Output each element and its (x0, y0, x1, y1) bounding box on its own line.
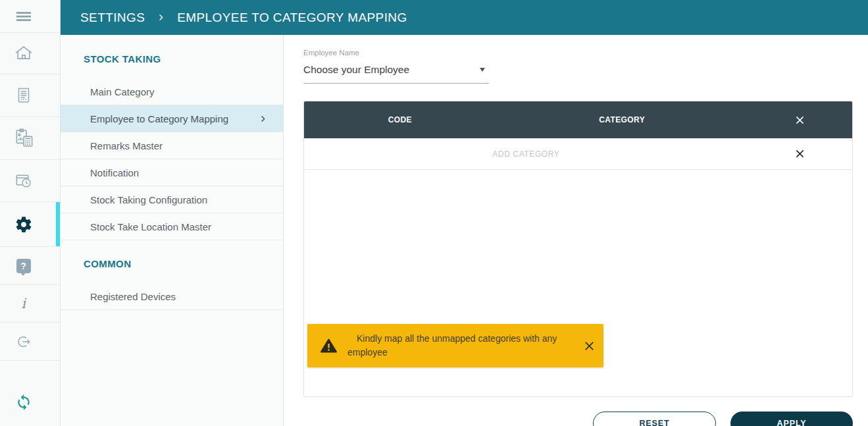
nav-item-label: Notification (90, 167, 139, 178)
nav-item-label: Remarks Master (90, 140, 163, 151)
sidebar-item-info[interactable]: i (0, 285, 60, 323)
sidebar-item-reports[interactable] (0, 74, 60, 117)
clipboard-calculator-icon (13, 128, 34, 149)
icon-sidebar: ? i (0, 0, 61, 426)
nav-item-stock-take-location-master[interactable]: Stock Take Location Master (61, 213, 283, 240)
info-icon: i (21, 296, 26, 311)
chevron-right-icon (259, 115, 267, 123)
apply-button[interactable]: APPLY (730, 412, 853, 426)
sidebar-item-sync[interactable] (0, 361, 60, 426)
mapping-table-card: CODE CATEGORY ADD CATEGORY (303, 101, 853, 397)
home-icon (13, 43, 34, 63)
nav-item-stock-taking-configuration[interactable]: Stock Taking Configuration (61, 186, 283, 213)
add-category-placeholder: ADD CATEGORY (304, 149, 748, 159)
help-icon: ? (16, 259, 31, 273)
add-row-close-icon[interactable] (796, 149, 804, 158)
warning-triangle-icon (320, 338, 337, 353)
nav-item-registered-devices[interactable]: Registered Devices (61, 283, 283, 310)
reset-button[interactable]: RESET (593, 412, 716, 426)
settings-nav: STOCK TAKING Main Category Employee to C… (61, 35, 284, 426)
nav-section-title-common: COMMON (61, 240, 283, 283)
app-window: ? i SETTINGS EMPLOYEE TO CATEGORY MAPPIN… (0, 0, 868, 426)
mapping-table-header: CODE CATEGORY (304, 101, 852, 138)
warning-close-icon[interactable] (584, 341, 594, 351)
mapping-table-body: Kindly map all the unmapped categories w… (304, 170, 852, 396)
hamburger-icon (16, 9, 32, 24)
column-header-code: CODE (304, 115, 496, 124)
breadcrumb-current-page: EMPLOYEE TO CATEGORY MAPPING (177, 11, 407, 25)
sidebar-toggle-button[interactable] (0, 0, 60, 33)
sidebar-item-home[interactable] (0, 33, 60, 74)
employee-name-label: Employee Name (303, 49, 868, 57)
footer-actions: RESET APPLY (303, 412, 853, 426)
add-category-row[interactable]: ADD CATEGORY (304, 138, 852, 170)
nav-item-label: Stock Take Location Master (90, 221, 211, 232)
box-clock-icon (13, 171, 34, 191)
sidebar-item-schedule[interactable] (0, 160, 60, 202)
dropdown-caret-icon (480, 68, 485, 72)
nav-item-employee-to-category-mapping[interactable]: Employee to Category Mapping (61, 105, 283, 132)
nav-item-notification[interactable]: Notification (61, 159, 283, 186)
sync-icon (15, 394, 32, 411)
nav-item-label: Main Category (90, 86, 155, 97)
sidebar-item-help[interactable]: ? (0, 247, 60, 285)
employee-select[interactable]: Choose your Employee (303, 64, 489, 84)
breadcrumb-settings[interactable]: SETTINGS (80, 11, 145, 25)
sidebar-item-settings[interactable] (0, 202, 60, 247)
sidebar-item-logout[interactable] (0, 323, 60, 361)
employee-select-value: Choose your Employee (303, 64, 409, 76)
warning-message: Kindly map all the unmapped categories w… (347, 332, 565, 359)
nav-item-main-category[interactable]: Main Category (61, 78, 283, 105)
nav-item-label: Registered Devices (90, 291, 176, 302)
nav-section-title-stock-taking: STOCK TAKING (61, 53, 283, 78)
logout-icon (14, 333, 33, 351)
main-content: Employee Name Choose your Employee CODE … (284, 35, 868, 426)
report-document-icon (14, 86, 34, 105)
sidebar-item-stock-count[interactable] (0, 117, 60, 160)
top-bar: SETTINGS EMPLOYEE TO CATEGORY MAPPING (61, 0, 868, 35)
nav-item-label: Stock Taking Configuration (90, 194, 207, 205)
breadcrumb-chevron-icon (157, 13, 165, 22)
table-header-close-icon[interactable] (796, 116, 804, 124)
column-header-category: CATEGORY (496, 115, 748, 124)
nav-item-label: Employee to Category Mapping (90, 113, 228, 124)
nav-item-remarks-master[interactable]: Remarks Master (61, 132, 283, 159)
gear-icon (14, 215, 33, 234)
warning-banner: Kindly map all the unmapped categories w… (307, 324, 603, 367)
